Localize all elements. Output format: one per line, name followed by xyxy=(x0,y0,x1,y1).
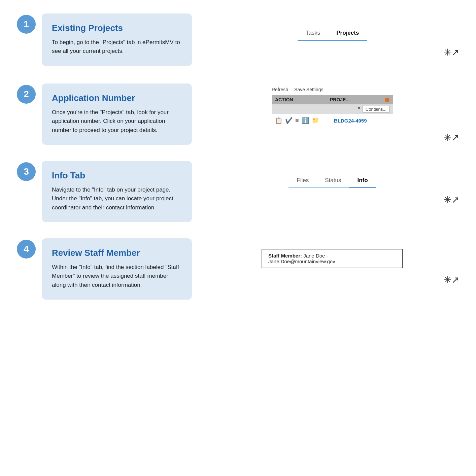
icon-list: 📋 xyxy=(275,117,282,124)
tab-files[interactable]: Files xyxy=(288,174,317,188)
step-4-left: 4 Review Staff Member Within the "Info" … xyxy=(17,238,192,300)
step-3-title: Info Tab xyxy=(52,170,182,181)
step-1-description: To begin, go to the "Projects" tab in eP… xyxy=(52,38,182,56)
step-4-row: 4 Review Staff Member Within the "Info" … xyxy=(17,238,459,300)
step-3-row: 3 Info Tab Navigate to the "Info" tab on… xyxy=(17,161,459,222)
col-indicator-dot xyxy=(385,98,389,102)
col-project: PROJE... xyxy=(330,97,385,102)
cursor-icon-3: ✳↗ xyxy=(444,195,459,205)
step-1-tabs: Tasks Projects xyxy=(298,26,367,41)
table-filter-row: ▼ Contains... xyxy=(272,104,393,114)
step-4-description: Within the "Info" tab, find the section … xyxy=(52,263,182,290)
step-1-left: 1 Existing Projects To begin, go to the … xyxy=(17,13,192,66)
step-2-number: 2 xyxy=(17,85,36,104)
staff-member-label: Staff Member: xyxy=(268,253,302,259)
icon-info: ℹ️ xyxy=(302,117,309,124)
step-2-row: 2 Application Number Once you're in the … xyxy=(17,83,459,145)
step-2-illustration: Refresh Save Settings ACTION PROJE... ▼ … xyxy=(205,83,459,143)
step-4-illustration: Staff Member: Jane Doe - Jane.Doe@mounta… xyxy=(205,238,459,292)
step-3-illustration: Files Status Info ✳↗ xyxy=(205,161,459,215)
col-action: ACTION xyxy=(275,97,330,102)
step-2-description: Once you're in the "Projects" tab, look … xyxy=(52,108,182,135)
icon-grid: ≡ xyxy=(295,117,299,124)
filter-contains-btn[interactable]: Contains... xyxy=(363,106,389,113)
step-2-table: Refresh Save Settings ACTION PROJE... ▼ … xyxy=(272,87,393,127)
step-1-illustration: Tasks Projects ✳↗ xyxy=(205,13,459,67)
step-3-number: 3 xyxy=(17,162,36,181)
cursor-icon-2: ✳↗ xyxy=(444,132,459,143)
tab-projects[interactable]: Projects xyxy=(328,26,367,41)
staff-member-box: Staff Member: Jane Doe - Jane.Doe@mounta… xyxy=(262,249,403,268)
tab-info[interactable]: Info xyxy=(349,174,376,188)
step-3-left: 3 Info Tab Navigate to the "Info" tab on… xyxy=(17,161,192,222)
icon-folder: 📁 xyxy=(312,117,319,124)
application-number[interactable]: BLDG24-4959 xyxy=(334,118,389,124)
cursor-icon-4: ✳↗ xyxy=(444,275,459,285)
step-2-card: Application Number Once you're in the "P… xyxy=(42,83,192,145)
row-action-icons: 📋 ✔️ ≡ ℹ️ 📁 xyxy=(275,117,331,124)
step-3-tabs: Files Status Info xyxy=(288,174,376,188)
save-settings-button[interactable]: Save Settings xyxy=(294,87,323,92)
table-toolbar: Refresh Save Settings xyxy=(272,87,393,92)
tab-tasks[interactable]: Tasks xyxy=(298,26,328,41)
icon-check: ✔️ xyxy=(285,117,293,124)
step-1-card: Existing Projects To begin, go to the "P… xyxy=(42,13,192,66)
table-data-row: 📋 ✔️ ≡ ℹ️ 📁 BLDG24-4959 xyxy=(272,114,393,127)
step-2-left: 2 Application Number Once you're in the … xyxy=(17,83,192,145)
step-3-description: Navigate to the "Info" tab on your proje… xyxy=(52,185,182,212)
step-2-title: Application Number xyxy=(52,93,182,103)
step-1-number: 1 xyxy=(17,15,36,34)
filter-arrow-icon: ▼ xyxy=(357,106,361,113)
tab-status[interactable]: Status xyxy=(317,174,349,188)
step-3-card: Info Tab Navigate to the "Info" tab on y… xyxy=(42,161,192,222)
step-1-row: 1 Existing Projects To begin, go to the … xyxy=(17,13,459,67)
step-4-card: Review Staff Member Within the "Info" ta… xyxy=(42,238,192,300)
refresh-button[interactable]: Refresh xyxy=(272,87,288,92)
cursor-icon-1: ✳↗ xyxy=(444,47,459,58)
table-header: ACTION PROJE... xyxy=(272,95,393,104)
step-1-title: Existing Projects xyxy=(52,23,182,33)
step-4-number: 4 xyxy=(17,240,36,259)
step-4-title: Review Staff Member xyxy=(52,248,182,258)
